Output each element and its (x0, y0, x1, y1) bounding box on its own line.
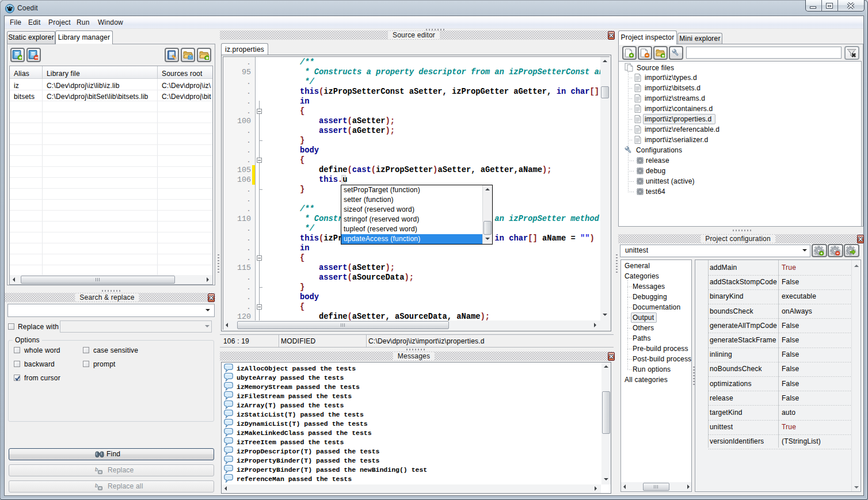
svg-text:b: b (95, 467, 98, 472)
svg-text:b: b (95, 483, 98, 488)
